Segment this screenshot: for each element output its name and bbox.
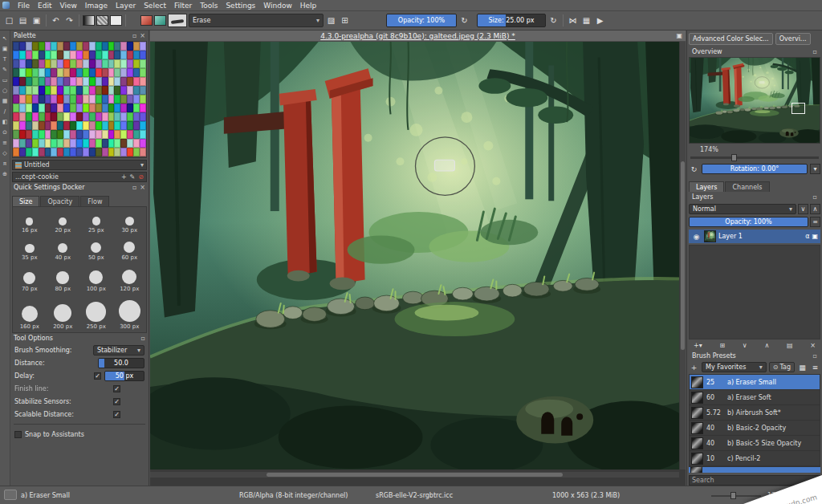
tab-opacity[interactable]: Opacity bbox=[40, 196, 79, 206]
menu-item[interactable]: Window bbox=[259, 1, 296, 10]
palette-swatch[interactable] bbox=[114, 51, 120, 59]
palette-swatch[interactable] bbox=[39, 130, 45, 139]
palette-swatch[interactable] bbox=[32, 112, 39, 121]
menu-item[interactable]: Image bbox=[81, 1, 112, 10]
palette-swatch[interactable] bbox=[114, 42, 120, 51]
palette-swatch[interactable] bbox=[114, 139, 120, 148]
palette-swatch[interactable] bbox=[96, 139, 102, 148]
palette-swatch[interactable] bbox=[63, 130, 70, 139]
menu-item[interactable]: Filter bbox=[170, 1, 196, 10]
palette-swatch[interactable] bbox=[83, 42, 89, 51]
palette-swatch[interactable] bbox=[120, 139, 127, 148]
palette-swatch[interactable] bbox=[13, 121, 19, 130]
pan-tool-icon[interactable]: ⊕ bbox=[1, 170, 10, 178]
palette-swatch[interactable] bbox=[114, 95, 120, 104]
palette-swatch[interactable] bbox=[70, 95, 76, 104]
palette-swatch[interactable] bbox=[120, 59, 127, 68]
palette-swatch[interactable] bbox=[96, 51, 102, 59]
brush-size-option[interactable]: 25 px bbox=[79, 209, 113, 234]
palette-swatch[interactable] bbox=[140, 148, 146, 156]
palette-swatch[interactable] bbox=[57, 86, 63, 95]
palette-swatch[interactable] bbox=[89, 59, 96, 68]
palette-swatch[interactable] bbox=[51, 130, 57, 139]
palette-swatch[interactable] bbox=[120, 77, 127, 86]
freehand-brush-tool-icon[interactable]: ▭ bbox=[1, 76, 10, 84]
brush-size-option[interactable]: 20 px bbox=[47, 209, 80, 234]
palette-swatch[interactable] bbox=[114, 77, 120, 86]
palette-swatch[interactable] bbox=[108, 68, 115, 77]
palette-swatch[interactable] bbox=[70, 59, 76, 68]
brush-preset-chooser[interactable] bbox=[168, 14, 187, 27]
palette-swatch[interactable] bbox=[32, 95, 39, 104]
palette-swatch[interactable] bbox=[140, 104, 146, 112]
palette-swatch[interactable] bbox=[89, 139, 96, 148]
palette-swatch[interactable] bbox=[51, 68, 57, 77]
rotation-slider[interactable]: Rotation: 0.00° bbox=[702, 164, 808, 174]
palette-swatch[interactable] bbox=[13, 95, 19, 104]
palette-swatch[interactable] bbox=[127, 51, 133, 59]
palette-swatch[interactable] bbox=[70, 86, 76, 95]
layer-list-empty-area[interactable] bbox=[689, 245, 820, 339]
palette-swatch[interactable] bbox=[45, 77, 51, 86]
palette-swatch[interactable] bbox=[39, 42, 45, 51]
palette-swatch[interactable] bbox=[96, 104, 102, 112]
palette-swatch[interactable] bbox=[26, 42, 32, 51]
palette-swatch[interactable] bbox=[140, 86, 146, 95]
palette-swatch[interactable] bbox=[39, 112, 45, 121]
brush-size-option[interactable]: 60 px bbox=[113, 234, 147, 262]
delay-checkbox[interactable] bbox=[94, 372, 101, 380]
palette-swatch[interactable] bbox=[32, 51, 39, 59]
brush-preset-row[interactable]: 5.72 b) Airbrush Soft* bbox=[690, 405, 820, 421]
move-layer-down-icon[interactable]: ∨ bbox=[743, 342, 747, 349]
palette-swatch[interactable] bbox=[26, 130, 32, 139]
palette-swatch[interactable] bbox=[19, 121, 26, 130]
delete-layer-icon[interactable]: × bbox=[810, 342, 816, 349]
distance-slider[interactable]: 50.0 bbox=[98, 358, 144, 368]
menu-item[interactable]: Help bbox=[296, 1, 321, 10]
palette-swatch[interactable] bbox=[127, 59, 133, 68]
palette-swatch[interactable] bbox=[76, 77, 83, 86]
palette-swatch[interactable] bbox=[57, 148, 63, 156]
blocked-icon[interactable]: ⊘ bbox=[138, 173, 144, 181]
palette-swatch[interactable] bbox=[96, 148, 102, 156]
color-sampler-tool-icon[interactable]: ≡ bbox=[1, 139, 10, 147]
palette-swatch[interactable] bbox=[19, 86, 26, 95]
palette-swatch[interactable] bbox=[39, 121, 45, 130]
brush-preset-row[interactable]: 60 a) Eraser Soft bbox=[690, 390, 820, 405]
palette-swatch[interactable] bbox=[133, 121, 140, 130]
brush-size-option[interactable]: 250 px bbox=[79, 293, 113, 331]
palette-swatch[interactable] bbox=[83, 59, 89, 68]
palette-swatch[interactable] bbox=[76, 86, 83, 95]
palette-swatch[interactable] bbox=[32, 59, 39, 68]
palette-swatch[interactable] bbox=[70, 121, 76, 130]
assistants-tool-icon[interactable]: ¤ bbox=[1, 160, 10, 168]
palette-swatch[interactable] bbox=[13, 112, 19, 121]
palette-swatch[interactable] bbox=[57, 42, 63, 51]
menu-item[interactable]: Edit bbox=[34, 1, 55, 10]
size-slider[interactable]: Size: 25.00 px bbox=[477, 14, 546, 27]
add-layer-icon[interactable]: +▾ bbox=[694, 342, 702, 349]
float-docker-icon[interactable]: ▫ bbox=[813, 352, 817, 360]
palette-swatch[interactable] bbox=[70, 77, 76, 86]
layer-visibility-eye-icon[interactable]: ◉ bbox=[691, 231, 702, 242]
brush-size-option[interactable]: 100 px bbox=[79, 262, 113, 293]
menu-item[interactable]: File bbox=[14, 1, 34, 10]
palette-swatch[interactable] bbox=[57, 77, 63, 86]
palette-swatch[interactable] bbox=[108, 130, 115, 139]
palette-swatch[interactable] bbox=[108, 86, 115, 95]
layer-opacity-slider[interactable]: Opacity: 100% bbox=[689, 217, 808, 227]
palette-swatch[interactable] bbox=[114, 148, 120, 156]
menu-item[interactable]: Tools bbox=[196, 1, 222, 10]
palette-swatch[interactable] bbox=[96, 42, 102, 51]
palette-swatch[interactable] bbox=[140, 130, 146, 139]
palette-swatch[interactable] bbox=[39, 139, 45, 148]
palette-swatch[interactable] bbox=[19, 148, 26, 156]
brush-size-option[interactable]: 300 px bbox=[113, 293, 147, 331]
palette-swatch[interactable] bbox=[76, 130, 83, 139]
brush-preset-row[interactable]: 40 b) Basic-2 Opacity bbox=[690, 421, 820, 436]
blend-prev-icon[interactable]: ∨ bbox=[798, 204, 808, 214]
palette-swatch[interactable] bbox=[13, 86, 19, 95]
save-document-icon[interactable]: ▣ bbox=[31, 14, 43, 27]
brush-preset-row[interactable]: 40 b) Basic-5 Size Opacity bbox=[690, 436, 820, 451]
duplicate-layer-icon[interactable]: ⊞ bbox=[719, 342, 725, 349]
